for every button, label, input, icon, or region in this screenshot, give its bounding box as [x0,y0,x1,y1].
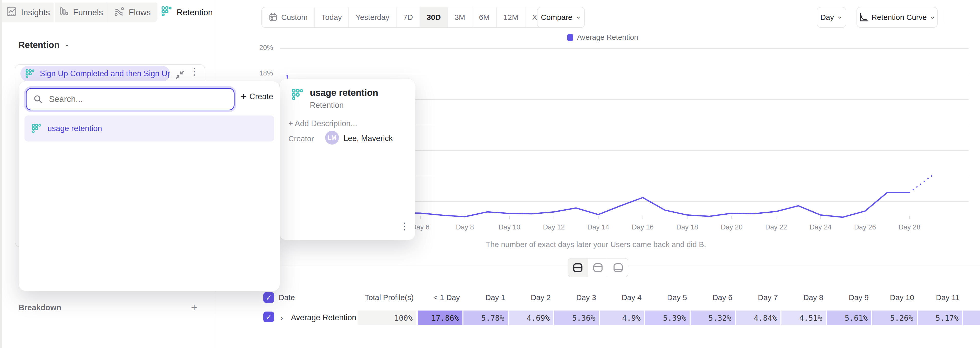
view-type-button[interactable]: Retention Curve ⌄ [856,7,938,28]
table-header-day-11[interactable]: Day 11 [878,293,959,302]
plus-icon: + [240,92,246,102]
table-cell: 4.84% [736,310,780,325]
chevron-down-icon: ⌄ [837,13,843,20]
table-cell: 5.61% [827,310,871,325]
create-button[interactable]: + Create [240,92,273,102]
table-header-date[interactable]: Date [279,293,330,302]
x-axis-tick-label: Day 14 [587,223,609,231]
search-result-usage-retention[interactable]: usage retention [24,115,274,141]
add-description-link[interactable]: + Add Description... [288,119,357,128]
date-range-control: CustomTodayYesterday7D30D3M6M12MXTD⌄ [261,7,564,28]
table-cell: 17.86% [418,310,463,325]
create-label: Create [249,92,273,101]
retention-dots-icon [291,88,304,102]
report-popover: usage retention Retention + Add Descript… [280,79,415,240]
date-range-label: 6M [479,13,490,22]
date-range-label: 12M [504,13,518,22]
x-axis-tick-label: Day 28 [899,223,921,231]
layout-toggle-group [568,258,628,277]
creator-name: Lee, Maverick [344,134,393,143]
date-range-label: Yesterday [355,13,389,22]
table-cell: 5.78% [463,310,508,325]
granularity-label: Day [820,13,834,22]
row-expand-chevron[interactable]: › [280,313,283,323]
add-breakdown-button[interactable]: + [191,302,197,313]
x-axis-tick-label: Day 20 [721,223,743,231]
table-cell: 4.9% [600,310,644,325]
retention-report-page: Insights Funnels Flows Retention Retenti… [0,0,980,348]
legend-label: Average Retention [577,33,638,41]
compare-label: Compare [541,13,572,22]
date-range-yesterday[interactable]: Yesterday [348,7,396,27]
chart-legend: Average Retention [567,33,638,41]
granularity-button[interactable]: Day ⌄ [817,7,846,28]
x-axis-tick-label: Day 26 [854,223,876,231]
date-range-today[interactable]: Today [314,7,348,27]
table-cell: 5.26% [872,310,917,325]
search-dropdown: + Create usage retention [19,81,280,291]
retention-curve-icon [859,13,869,22]
x-axis-tick-label: Day 8 [456,223,474,231]
layout-table-toggle[interactable] [608,258,628,277]
x-axis-tick-label: Day 12 [543,223,565,231]
avatar: LM [325,131,339,144]
legend-swatch [567,34,573,41]
search-input[interactable] [48,94,223,104]
compare-button[interactable]: Compare ⌄ [537,7,585,28]
breakdown-header: Breakdown + [19,302,197,313]
search-input-wrap [26,88,234,111]
date-range-30d[interactable]: 30D [420,7,447,27]
calendar-icon [269,13,278,22]
ytick-18: 18% [250,70,273,77]
x-axis-tick-label: Day 18 [676,223,698,231]
search-icon [33,94,43,104]
chevron-down-icon: ⌄ [930,13,935,20]
layout-split-toggle[interactable] [568,258,588,277]
date-range-label: 7D [403,13,413,22]
retention-dots-icon [31,123,42,134]
table-cell: 5.36% [554,310,599,325]
popover-title: usage retention [310,87,378,98]
toolbar-divider [945,10,945,24]
row-label: Average Retention [291,313,356,322]
table-cell-clipped [963,310,980,325]
date-range-7d[interactable]: 7D [396,7,420,27]
popover-kebab-icon[interactable]: ⋮ [400,220,409,232]
chevron-down-icon: ⌄ [576,13,581,20]
breakdown-label: Breakdown [19,303,61,312]
popover-subtitle: Retention [310,101,344,110]
date-range-12m[interactable]: 12M [496,7,525,27]
avatar-initials: LM [328,134,336,141]
x-axis-tick-label: Day 10 [498,223,520,231]
view-type-label: Retention Curve [872,13,927,22]
chart-caption: The number of exact days later your User… [281,240,911,249]
table-cell: 5.39% [645,310,690,325]
row-checkbox[interactable]: ✓ [263,312,274,322]
table-cell: 5.17% [918,310,962,325]
date-range-6m[interactable]: 6M [472,7,496,27]
date-range-custom[interactable]: Custom [262,7,314,27]
table-cell: 100% [358,310,416,325]
ytick-20: 20% [250,44,273,52]
table-cell: 4.51% [781,310,826,325]
table-cell: 5.32% [690,310,735,325]
date-range-label: 3M [455,13,465,22]
layout-chart-toggle[interactable] [588,258,608,277]
date-range-label: Today [321,13,342,22]
creator-label: Creator [288,134,314,143]
x-axis-tick-label: Day 22 [765,223,787,231]
date-range-label: Custom [281,13,307,22]
result-label: usage retention [48,124,102,133]
x-axis-tick-label: Day 24 [810,223,832,231]
table-select-all-checkbox[interactable]: ✓ [263,292,274,303]
date-range-3m[interactable]: 3M [447,7,472,27]
table-cell: 4.69% [509,310,553,325]
x-axis-tick-label: Day 16 [632,223,654,231]
date-range-label: 30D [427,13,441,22]
